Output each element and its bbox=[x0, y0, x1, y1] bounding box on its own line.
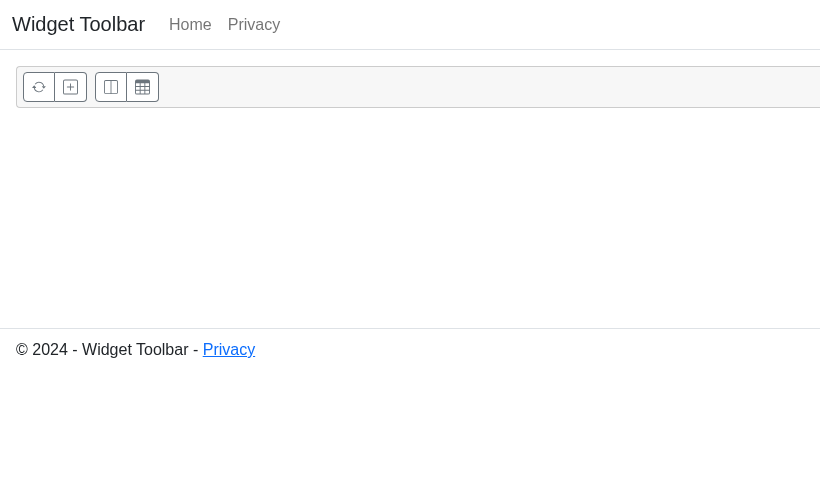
nav-link-home[interactable]: Home bbox=[161, 12, 220, 38]
main-content bbox=[0, 50, 820, 328]
columns-icon bbox=[104, 79, 118, 95]
footer-copyright: © 2024 - Widget Toolbar - bbox=[16, 341, 203, 358]
footer: © 2024 - Widget Toolbar - Privacy bbox=[0, 328, 820, 371]
refresh-icon bbox=[32, 79, 46, 95]
navbar: Widget Toolbar Home Privacy bbox=[0, 0, 820, 50]
table-view-button[interactable] bbox=[127, 72, 159, 102]
widget-toolbar bbox=[16, 66, 820, 108]
columns-view-button[interactable] bbox=[95, 72, 127, 102]
refresh-button[interactable] bbox=[23, 72, 55, 102]
table-icon bbox=[135, 79, 150, 95]
plus-square-icon bbox=[63, 79, 78, 95]
nav-link-privacy[interactable]: Privacy bbox=[220, 12, 288, 38]
footer-privacy-link[interactable]: Privacy bbox=[203, 341, 255, 358]
toolbar-group-1 bbox=[23, 72, 87, 102]
brand[interactable]: Widget Toolbar bbox=[12, 9, 145, 40]
add-button[interactable] bbox=[55, 72, 87, 102]
toolbar-group-2 bbox=[95, 72, 159, 102]
